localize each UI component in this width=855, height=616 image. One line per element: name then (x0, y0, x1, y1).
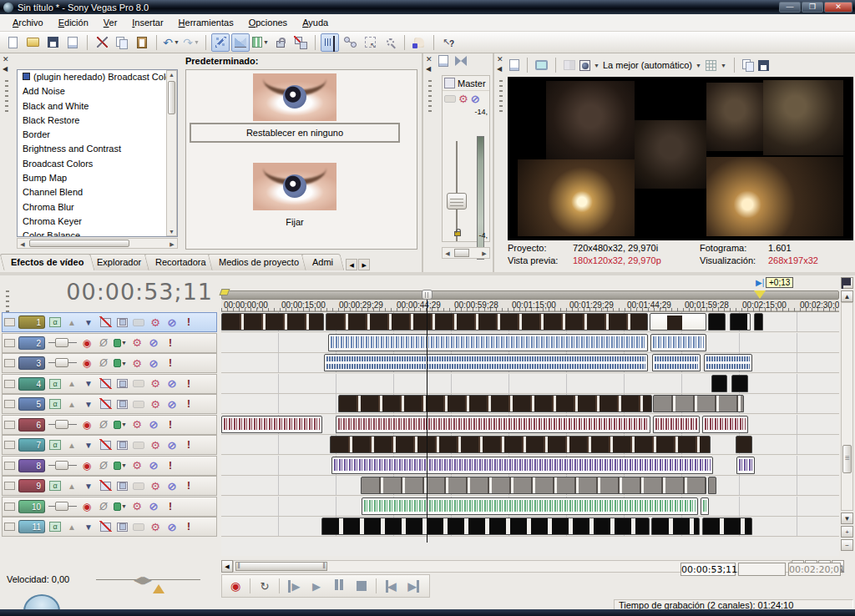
track-minimize-button[interactable] (4, 482, 15, 490)
automation-settings-button[interactable]: ⚙ (149, 316, 162, 329)
timeline-event[interactable] (221, 416, 322, 433)
track-motion-button[interactable] (115, 377, 129, 391)
track-header-1[interactable]: 1α▲▼⚙⊘! (2, 312, 217, 332)
invert-phase-button[interactable]: Ø (97, 500, 110, 513)
envelope-edit-tool-button[interactable] (341, 33, 359, 52)
composite-mode-button[interactable] (99, 520, 112, 533)
automation-settings-button[interactable]: ⚙ (130, 418, 144, 432)
master-fx-icon[interactable] (444, 95, 456, 103)
timeline-event[interactable] (328, 334, 648, 351)
make-compositing-child-button[interactable]: ▼ (82, 377, 95, 391)
minimize-button[interactable]: — (779, 2, 801, 13)
plugin-list[interactable]: (plugin heredado) Broadcast ColoAdd Nois… (17, 69, 178, 237)
track-motion-button[interactable] (115, 479, 129, 492)
timeline-event[interactable] (701, 497, 709, 515)
track-number-chip[interactable]: 10 (18, 500, 45, 513)
maximize-button[interactable]: ❐ (802, 2, 823, 13)
copy-button[interactable] (113, 33, 131, 52)
bypass-motion-blur-button[interactable]: α (48, 316, 62, 329)
timeline-overview-bar[interactable] (221, 290, 839, 300)
close-button[interactable]: ✕ (824, 2, 852, 13)
menu-item-ver[interactable]: Ver (96, 15, 125, 30)
track-fx-button[interactable] (132, 377, 145, 391)
track-lane-4[interactable] (221, 374, 839, 394)
track-fx-button[interactable] (132, 397, 145, 411)
tab-admi[interactable]: Admi (301, 254, 345, 270)
timeline-timecode-display[interactable]: 00:00:53;11 (25, 279, 213, 305)
mute-button[interactable]: ⊘ (165, 377, 179, 391)
track-fx-button[interactable]: ▼ (114, 336, 127, 350)
automation-settings-button[interactable]: ⚙ (149, 377, 162, 391)
scrub-slider-handle[interactable]: ◀◆▶ (134, 573, 149, 586)
automation-settings-button[interactable]: ⚙ (130, 459, 144, 472)
timeline-empty-area[interactable] (221, 538, 839, 556)
automation-settings-button[interactable]: ⚙ (130, 356, 144, 370)
timeline-event[interactable] (653, 395, 744, 412)
solo-button[interactable]: ! (182, 479, 195, 492)
timeline-event[interactable] (321, 518, 650, 535)
arm-for-record-button[interactable]: ◉ (80, 459, 94, 472)
plugin-list-item[interactable]: Broadcast Colors (18, 157, 177, 171)
project-properties-button[interactable] (63, 33, 82, 52)
auto-ripple-button[interactable]: ▼ (251, 33, 270, 52)
timeline-event[interactable] (711, 375, 727, 392)
plugin-list-item[interactable]: Bump Map (18, 171, 177, 185)
make-compositing-child-button[interactable]: ▼ (82, 479, 95, 492)
track-minimize-button[interactable] (4, 359, 15, 367)
mute-button[interactable]: ⊘ (147, 500, 160, 513)
track-lane-10[interactable] (221, 497, 839, 517)
plugin-list-item[interactable]: Black Restore (18, 114, 177, 128)
track-minimize-button[interactable] (4, 462, 15, 470)
arm-for-record-button[interactable]: ◉ (80, 356, 94, 370)
menu-item-archivo[interactable]: Archivo (5, 15, 51, 30)
menu-item-ayuda[interactable]: Ayuda (295, 15, 336, 30)
bus-meter-toggle-icon[interactable] (444, 78, 455, 88)
track-header-8[interactable]: 8◉Ø▼⚙⊘! (2, 456, 217, 476)
timeline-event[interactable] (651, 518, 700, 535)
panel-grip[interactable] (499, 78, 503, 112)
cursor-handle[interactable] (422, 290, 433, 300)
track-header-10[interactable]: 10◉Ø▼⚙⊘! (2, 497, 217, 517)
plugin-list-hscrollbar[interactable]: ◀ ▶ (17, 238, 178, 249)
track-motion-button[interactable] (115, 316, 129, 329)
bypass-motion-blur-button[interactable]: α (48, 438, 62, 452)
make-compositing-child-button[interactable]: ▼ (82, 520, 95, 533)
mute-button[interactable]: ⊘ (165, 520, 179, 533)
track-volume-fader[interactable] (48, 419, 77, 431)
track-fx-button[interactable] (132, 316, 145, 329)
copy-snapshot-button[interactable] (742, 59, 754, 71)
timeline-event[interactable] (324, 354, 648, 371)
timeline-event[interactable] (326, 313, 648, 331)
fx-dropdown-icon[interactable]: ▼ (121, 503, 127, 509)
fx-dropdown-icon[interactable]: ▼ (121, 340, 127, 346)
track-minimize-button[interactable] (4, 523, 15, 531)
time-ruler[interactable]: 00:00:00;0000:00:15;0000:00:29;2900:00:4… (221, 300, 839, 312)
insert-bus-button[interactable] (438, 55, 448, 67)
selection-edit-tool-button[interactable] (361, 33, 379, 52)
selection-timecode-box[interactable] (738, 563, 786, 576)
timeline-event[interactable] (650, 334, 706, 351)
composite-mode-button[interactable] (99, 438, 112, 452)
preview-properties-button[interactable] (509, 59, 519, 71)
arm-for-record-button[interactable]: ◉ (80, 500, 94, 513)
track-number-chip[interactable]: 8 (18, 459, 45, 472)
track-lane-8[interactable] (221, 456, 839, 476)
track-number-chip[interactable]: 2 (18, 336, 45, 350)
marker-bar[interactable]: ▶| +0;13 (221, 277, 839, 290)
tab-efectos-de-v-deo[interactable]: Efectos de vídeo (0, 254, 95, 270)
track-minimize-button[interactable] (4, 421, 15, 429)
track-motion-button[interactable] (115, 520, 129, 533)
marker-tool-button[interactable] (841, 277, 853, 289)
timeline-event[interactable] (362, 497, 698, 515)
make-compositing-parent-button[interactable]: ▲ (65, 377, 78, 391)
track-lane-3[interactable] (221, 353, 839, 373)
tab-explorador[interactable]: Explorador (86, 254, 153, 270)
solo-button[interactable]: ! (182, 438, 195, 452)
track-lane-1[interactable] (221, 312, 839, 332)
solo-button[interactable]: ! (182, 316, 195, 329)
solo-button[interactable]: ! (182, 397, 195, 411)
mute-button[interactable]: ⊘ (147, 418, 160, 432)
solo-button[interactable]: ! (164, 500, 177, 513)
mute-button[interactable]: ⊘ (165, 438, 179, 452)
tab-recortadora[interactable]: Recortadora (144, 254, 217, 270)
